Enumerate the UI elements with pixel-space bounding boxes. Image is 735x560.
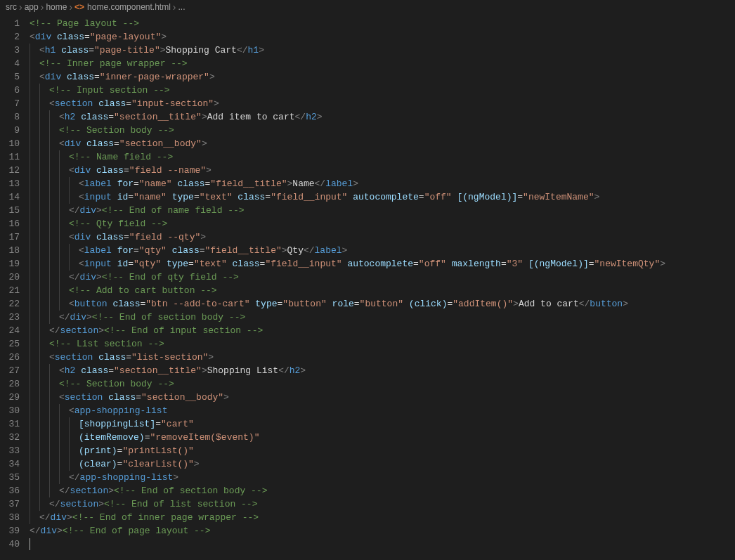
line-number: 10 bbox=[0, 137, 20, 150]
code-line[interactable]: </div><!-- End of section body --> bbox=[30, 311, 735, 324]
line-number: 8 bbox=[0, 110, 20, 124]
html-file-icon: <> bbox=[74, 1, 84, 14]
code-line[interactable]: </app-shopping-list> bbox=[30, 471, 735, 484]
line-number: 28 bbox=[0, 377, 20, 391]
line-number: 38 bbox=[0, 511, 20, 524]
code-line[interactable]: <section class="section__body"> bbox=[30, 391, 735, 404]
line-number: 5 bbox=[0, 70, 20, 84]
line-number: 36 bbox=[0, 484, 20, 497]
code-line[interactable]: <input id="name" type="text" class="fiel… bbox=[30, 190, 735, 204]
code-line[interactable]: <!-- Inner page wrapper --> bbox=[30, 57, 735, 70]
line-number: 29 bbox=[0, 391, 20, 404]
line-number: 33 bbox=[0, 444, 20, 457]
code-line[interactable] bbox=[30, 538, 735, 551]
code-line[interactable]: <!-- Name field --> bbox=[30, 150, 735, 164]
line-number: 26 bbox=[0, 351, 20, 364]
line-number: 32 bbox=[0, 431, 20, 444]
line-number: 19 bbox=[0, 257, 20, 271]
chevron-right-icon: › bbox=[69, 1, 72, 14]
code-line[interactable]: <!-- Add to cart button --> bbox=[30, 284, 735, 297]
code-line[interactable]: [shoppingList]="cart" bbox=[30, 417, 735, 431]
line-number: 4 bbox=[0, 57, 20, 70]
code-line[interactable]: <input id="qty" type="text" class="field… bbox=[30, 257, 735, 271]
code-line[interactable]: <label for="qty" class="field__title">Qt… bbox=[30, 244, 735, 257]
code-line[interactable]: <!-- Section body --> bbox=[30, 377, 735, 391]
line-number: 1 bbox=[0, 17, 20, 30]
chevron-right-icon: › bbox=[173, 1, 176, 14]
line-number: 34 bbox=[0, 457, 20, 471]
line-gutter: 1 2 3 4 5 6 7 8 9 10 11 12 13 14 15 16 1… bbox=[0, 17, 30, 560]
line-number: 27 bbox=[0, 364, 20, 377]
breadcrumb-seg[interactable]: home bbox=[46, 1, 67, 14]
line-number: 6 bbox=[0, 84, 20, 97]
code-editor[interactable]: 1 2 3 4 5 6 7 8 9 10 11 12 13 14 15 16 1… bbox=[0, 15, 735, 560]
line-number: 15 bbox=[0, 204, 20, 217]
breadcrumb-seg[interactable]: app bbox=[25, 1, 39, 14]
line-number: 2 bbox=[0, 30, 20, 44]
code-line[interactable]: </div><!-- End of qty field --> bbox=[30, 271, 735, 284]
code-line[interactable]: </section><!-- End of section body --> bbox=[30, 484, 735, 497]
code-line[interactable]: </section><!-- End of list section --> bbox=[30, 497, 735, 511]
line-number: 37 bbox=[0, 497, 20, 511]
code-line[interactable]: <h2 class="section__title">Shopping List… bbox=[30, 364, 735, 377]
code-line[interactable]: (clear)="clearList()"> bbox=[30, 457, 735, 471]
line-number: 14 bbox=[0, 190, 20, 204]
breadcrumb[interactable]: src › app › home › <> home.component.htm… bbox=[0, 0, 735, 15]
code-line[interactable]: <div class="page-layout"> bbox=[30, 30, 735, 44]
breadcrumb-file[interactable]: home.component.html bbox=[87, 1, 171, 14]
line-number: 13 bbox=[0, 177, 20, 190]
line-number: 40 bbox=[0, 538, 20, 551]
line-number: 24 bbox=[0, 324, 20, 337]
code-line[interactable]: <h1 class="page-title">Shopping Cart</h1… bbox=[30, 44, 735, 57]
line-number: 7 bbox=[0, 97, 20, 110]
code-line[interactable]: <!-- Section body --> bbox=[30, 124, 735, 137]
line-number: 20 bbox=[0, 271, 20, 284]
code-line[interactable]: <section class="input-section"> bbox=[30, 97, 735, 110]
code-line[interactable]: <div class="inner-page-wrapper"> bbox=[30, 70, 735, 84]
code-line[interactable]: <!-- Page layout --> bbox=[30, 17, 735, 30]
chevron-right-icon: › bbox=[19, 1, 22, 14]
code-line[interactable]: <!-- Qty field --> bbox=[30, 217, 735, 230]
line-number: 21 bbox=[0, 284, 20, 297]
line-number: 31 bbox=[0, 417, 20, 431]
line-number: 25 bbox=[0, 337, 20, 351]
chevron-right-icon: › bbox=[41, 1, 44, 14]
line-number: 3 bbox=[0, 44, 20, 57]
line-number: 30 bbox=[0, 404, 20, 417]
line-number: 22 bbox=[0, 297, 20, 311]
code-line[interactable]: <button class="btn --add-to-cart" type="… bbox=[30, 297, 735, 311]
breadcrumb-ellipsis[interactable]: ... bbox=[178, 1, 186, 14]
code-line[interactable]: <div class="section__body"> bbox=[30, 137, 735, 150]
text-cursor bbox=[30, 538, 30, 550]
code-line[interactable]: <label for="name" class="field__title">N… bbox=[30, 177, 735, 190]
line-number: 16 bbox=[0, 217, 20, 230]
code-line[interactable]: <!-- Input section --> bbox=[30, 84, 735, 97]
line-number: 39 bbox=[0, 524, 20, 538]
line-number: 9 bbox=[0, 124, 20, 137]
code-line[interactable]: </div><!-- End of name field --> bbox=[30, 204, 735, 217]
line-number: 18 bbox=[0, 244, 20, 257]
code-line[interactable]: </div><!-- End of inner page wrapper --> bbox=[30, 511, 735, 524]
line-number: 11 bbox=[0, 150, 20, 164]
code-line[interactable]: (itemRemove)="removeItem($event)" bbox=[30, 431, 735, 444]
line-number: 17 bbox=[0, 230, 20, 244]
code-line[interactable]: <div class="field --qty"> bbox=[30, 230, 735, 244]
code-line[interactable]: <h2 class="section__title">Add item to c… bbox=[30, 110, 735, 124]
line-number: 35 bbox=[0, 471, 20, 484]
code-line[interactable]: <section class="list-section"> bbox=[30, 351, 735, 364]
line-number: 12 bbox=[0, 164, 20, 177]
code-line[interactable]: <!-- List section --> bbox=[30, 337, 735, 351]
code-line[interactable]: <div class="field --name"> bbox=[30, 164, 735, 177]
code-line[interactable]: </section><!-- End of input section --> bbox=[30, 324, 735, 337]
code-line[interactable]: (print)="printList()" bbox=[30, 444, 735, 457]
code-content[interactable]: <!-- Page layout --><div class="page-lay… bbox=[30, 17, 735, 560]
breadcrumb-seg[interactable]: src bbox=[6, 1, 17, 14]
code-line[interactable]: <app-shopping-list bbox=[30, 404, 735, 417]
line-number: 23 bbox=[0, 311, 20, 324]
code-line[interactable]: </div><!-- End of page layout --> bbox=[30, 524, 735, 538]
